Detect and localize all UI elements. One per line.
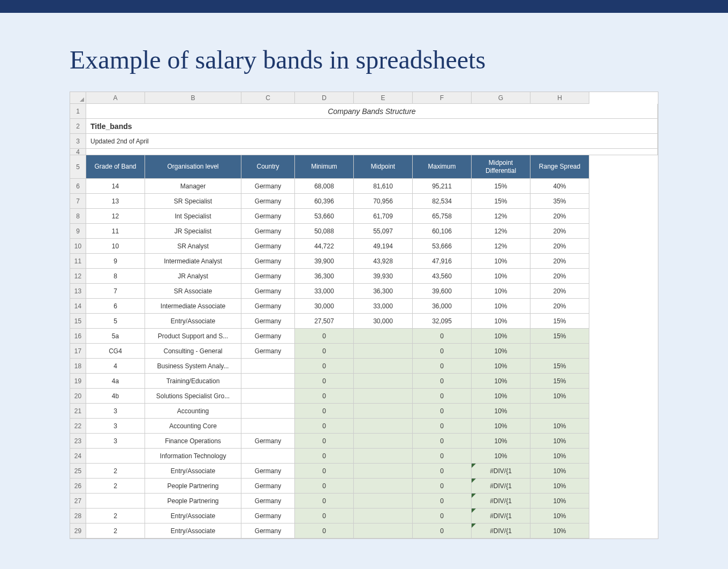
row-head[interactable]: 18 — [70, 359, 86, 374]
cell-G[interactable]: 10% — [472, 299, 530, 314]
cell-C[interactable]: Germany — [241, 254, 295, 269]
cell-C[interactable] — [241, 389, 295, 404]
cell-E[interactable] — [354, 344, 413, 359]
row-head[interactable]: 15 — [70, 314, 86, 329]
cell-E[interactable]: 39,930 — [354, 269, 413, 284]
cell-A[interactable]: 3 — [86, 419, 145, 434]
cell-C[interactable]: Germany — [241, 179, 295, 194]
cell-H[interactable]: 10% — [530, 434, 589, 449]
row-head-4[interactable]: 4 — [70, 149, 86, 155]
cell-F[interactable]: 0 — [413, 389, 472, 404]
cell-E[interactable] — [354, 434, 413, 449]
row-head[interactable]: 13 — [70, 284, 86, 299]
col-head-D[interactable]: D — [295, 92, 354, 104]
cell-D[interactable]: 30,000 — [295, 299, 354, 314]
cell-H[interactable]: 20% — [530, 239, 589, 254]
cell-E[interactable]: 81,610 — [354, 179, 413, 194]
cell-D[interactable]: 0 — [295, 479, 354, 494]
cell-C[interactable] — [241, 404, 295, 419]
cell-A[interactable]: 6 — [86, 299, 145, 314]
cell-C[interactable]: Germany — [241, 329, 295, 344]
cell-G[interactable]: 15% — [472, 179, 530, 194]
cell-G[interactable]: 10% — [472, 404, 530, 419]
cell-G[interactable]: #DIV/{1 — [472, 509, 530, 524]
cell-G[interactable]: #DIV/{1 — [472, 524, 530, 538]
cell-H[interactable]: 10% — [530, 449, 589, 464]
cell-D[interactable]: 0 — [295, 434, 354, 449]
cell-B[interactable]: Finance Operations — [145, 434, 241, 449]
cell-B[interactable]: Business System Analy... — [145, 359, 241, 374]
cell-B[interactable]: Accounting — [145, 404, 241, 419]
cell-G[interactable]: 10% — [472, 329, 530, 344]
cell-C[interactable]: Germany — [241, 209, 295, 224]
cell-F[interactable]: 0 — [413, 494, 472, 509]
cell-B[interactable]: Entry/Associate — [145, 524, 241, 538]
cell-F[interactable]: 65,758 — [413, 209, 472, 224]
cell-C[interactable]: Germany — [241, 299, 295, 314]
cell-D[interactable]: 33,000 — [295, 284, 354, 299]
cell-F[interactable]: 36,000 — [413, 299, 472, 314]
cell-F[interactable]: 0 — [413, 374, 472, 389]
cell-E[interactable]: 61,709 — [354, 209, 413, 224]
cell-B[interactable]: Intermediate Analyst — [145, 254, 241, 269]
cell-F[interactable]: 82,534 — [413, 194, 472, 209]
cell-H[interactable]: 10% — [530, 479, 589, 494]
hdr-midpoint-diff[interactable]: Midpoint Differential — [472, 155, 530, 179]
cell-A[interactable]: 4 — [86, 359, 145, 374]
col-head-B[interactable]: B — [145, 92, 241, 104]
select-all-corner[interactable] — [70, 92, 86, 104]
cell-H[interactable]: 20% — [530, 224, 589, 239]
cell-F[interactable]: 0 — [413, 434, 472, 449]
row-head[interactable]: 9 — [70, 224, 86, 239]
cell-H[interactable] — [530, 344, 589, 359]
cell-C[interactable]: Germany — [241, 464, 295, 479]
cell-G[interactable]: 10% — [472, 419, 530, 434]
cell-E[interactable] — [354, 479, 413, 494]
cell-B[interactable]: Accounting Core — [145, 419, 241, 434]
cell-H[interactable]: 10% — [530, 389, 589, 404]
cell-D[interactable]: 0 — [295, 509, 354, 524]
cell-F[interactable]: 0 — [413, 524, 472, 538]
cell-G[interactable]: 10% — [472, 449, 530, 464]
cell-A[interactable]: 3 — [86, 434, 145, 449]
cell-G[interactable]: 10% — [472, 359, 530, 374]
cell-E[interactable] — [354, 419, 413, 434]
row-head[interactable]: 24 — [70, 449, 86, 464]
cell-H[interactable]: 10% — [530, 464, 589, 479]
col-head-H[interactable]: H — [530, 92, 589, 104]
cell-B[interactable]: Entry/Associate — [145, 314, 241, 329]
cell-H[interactable]: 10% — [530, 524, 589, 538]
cell-E[interactable]: 49,194 — [354, 239, 413, 254]
cell-A[interactable]: 2 — [86, 509, 145, 524]
row-head[interactable]: 22 — [70, 419, 86, 434]
cell-A[interactable]: 7 — [86, 284, 145, 299]
cell-B[interactable]: Entry/Associate — [145, 509, 241, 524]
cell-F[interactable]: 0 — [413, 464, 472, 479]
cell-B[interactable]: SR Associate — [145, 284, 241, 299]
row-head-2[interactable]: 2 — [70, 119, 86, 134]
cell-G[interactable]: 10% — [472, 284, 530, 299]
cell-C[interactable]: Germany — [241, 224, 295, 239]
cell-F[interactable]: 43,560 — [413, 269, 472, 284]
row-head[interactable]: 8 — [70, 209, 86, 224]
cell-B[interactable]: JR Analyst — [145, 269, 241, 284]
cell-H[interactable]: 20% — [530, 269, 589, 284]
cell-E[interactable] — [354, 524, 413, 538]
hdr-maximum[interactable]: Maximum — [413, 155, 472, 179]
cell-A[interactable]: 14 — [86, 179, 145, 194]
cell-A[interactable]: 13 — [86, 194, 145, 209]
cell-D[interactable]: 0 — [295, 329, 354, 344]
cell-H[interactable] — [530, 404, 589, 419]
cell-A[interactable]: 12 — [86, 209, 145, 224]
cell-F[interactable]: 60,106 — [413, 224, 472, 239]
cell-H[interactable]: 15% — [530, 329, 589, 344]
cell-subtitle[interactable]: Title_bands — [86, 119, 658, 134]
cell-A[interactable]: 5 — [86, 314, 145, 329]
row-head[interactable]: 17 — [70, 344, 86, 359]
cell-D[interactable]: 0 — [295, 464, 354, 479]
row-head-5[interactable]: 5 — [70, 155, 86, 179]
cell-A[interactable]: 11 — [86, 224, 145, 239]
cell-C[interactable]: Germany — [241, 479, 295, 494]
cell-C[interactable]: Germany — [241, 314, 295, 329]
cell-A[interactable]: 2 — [86, 479, 145, 494]
